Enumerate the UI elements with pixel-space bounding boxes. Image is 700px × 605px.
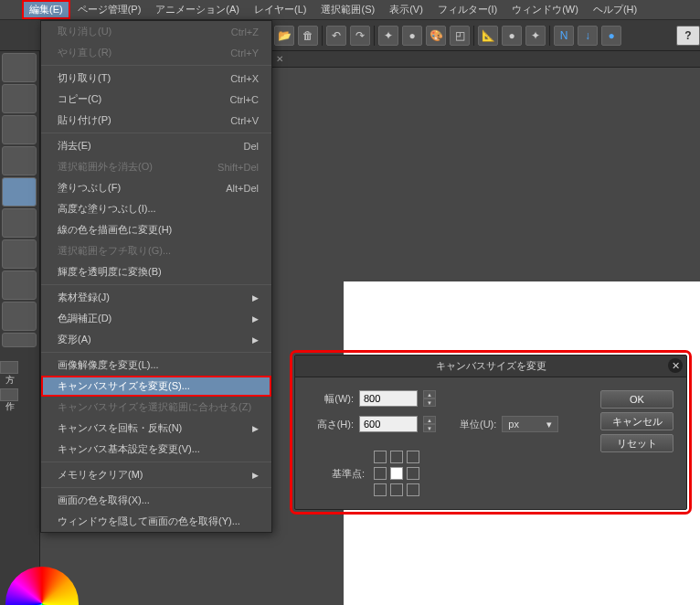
anchor-tl[interactable] [374, 451, 387, 463]
menu-filter[interactable]: フィルター(I) [430, 0, 504, 19]
menu-edit[interactable]: 編集(E) [22, 0, 70, 19]
side-tab-1[interactable]: 方 [0, 361, 18, 374]
menu-item[interactable]: ウィンドウを隠して画面の色を取得(Y)... [41, 511, 271, 532]
anchor-bl[interactable] [374, 483, 387, 496]
angle-icon[interactable]: 📐 [478, 26, 498, 46]
star-icon[interactable]: ✦ [525, 26, 546, 46]
menu-shortcut: Ctrl+V [230, 115, 259, 126]
tool-5[interactable] [2, 177, 37, 207]
menu-item-label: 貼り付け(P) [58, 113, 111, 127]
menu-item[interactable]: 素材登録(J)▶ [41, 287, 271, 308]
menu-item-label: やり直し(R) [58, 46, 111, 59]
menu-item-label: 線の色を描画色に変更(H) [58, 223, 172, 237]
reset-button[interactable]: リセット [600, 434, 673, 452]
tool-6[interactable] [2, 208, 37, 238]
help-icon[interactable]: ? [676, 26, 700, 46]
dialog-title: キャンバスサイズを変更 [436, 359, 546, 373]
anchor-br[interactable] [407, 483, 419, 496]
tool-1[interactable] [2, 53, 37, 82]
anchor-tc[interactable] [390, 451, 403, 463]
menu-item[interactable]: 貼り付け(P)Ctrl+V [41, 110, 271, 131]
sparkle-icon[interactable]: ✦ [378, 26, 398, 46]
tool-3[interactable] [2, 115, 37, 144]
menu-item[interactable]: 高度な塗りつぶし(I)... [41, 198, 271, 219]
menu-window[interactable]: ウィンドウ(W) [504, 0, 586, 19]
menu-item[interactable]: 切り取り(T)Ctrl+X [41, 68, 271, 89]
menu-item[interactable]: 画面の色を取得(X)... [41, 490, 271, 511]
menu-item-label: キャンバスサイズを選択範囲に合わせる(Z) [58, 400, 251, 414]
width-spinner[interactable]: ▲▼ [423, 390, 436, 407]
width-input[interactable] [359, 390, 418, 407]
menu-shortcut: Ctrl+X [230, 73, 259, 84]
menu-separator [41, 352, 271, 353]
menu-selection[interactable]: 選択範囲(S) [313, 0, 382, 19]
tool-2[interactable] [2, 84, 37, 113]
snap-icon[interactable]: N [554, 26, 574, 46]
anchor-ml[interactable] [374, 467, 387, 480]
menu-item[interactable]: 色調補正(D)▶ [41, 308, 271, 329]
menu-item[interactable]: 輝度を透明度に変換(B) [41, 261, 271, 282]
circle-icon[interactable]: ● [402, 26, 422, 46]
menu-item[interactable]: 消去(E)Del [41, 135, 271, 156]
menu-item-label: 変形(A) [58, 333, 91, 346]
menu-item-label: 素材登録(J) [58, 291, 110, 304]
menu-item-label: 高度な塗りつぶし(I)... [58, 202, 156, 216]
height-input[interactable] [359, 416, 418, 432]
color-wheel[interactable] [5, 567, 79, 605]
menu-item[interactable]: 線の色を描画色に変更(H) [41, 219, 271, 240]
menu-shortcut: Del [243, 141, 259, 152]
anchor-bc[interactable] [390, 483, 403, 496]
anchor-mr[interactable] [407, 467, 419, 480]
redo-icon[interactable]: ↷ [350, 26, 370, 46]
menu-item-label: 選択範囲をフチ取り(G)... [58, 244, 171, 258]
menu-item[interactable]: 塗りつぶし(F)Alt+Del [41, 177, 271, 198]
dialog-header[interactable]: キャンバスサイズを変更 ✕ [295, 356, 686, 377]
transform-icon[interactable]: ◰ [450, 26, 470, 46]
folder-open-icon[interactable]: 📂 [274, 26, 294, 46]
menu-view[interactable]: 表示(V) [382, 0, 430, 19]
anchor-mc[interactable] [390, 467, 403, 480]
ok-button[interactable]: OK [600, 390, 673, 409]
tool-8[interactable] [2, 271, 37, 300]
tab-close-icon[interactable]: ✕ [276, 54, 283, 64]
menu-item[interactable]: メモリをクリア(M)▶ [41, 464, 271, 485]
canvas-size-dialog: キャンバスサイズを変更 ✕ 幅(W): ▲▼ 高さ(H): ▲▼ 単位(U): … [294, 355, 687, 510]
palette-icon[interactable]: 🎨 [426, 26, 446, 46]
separator [473, 26, 474, 46]
menu-item[interactable]: コピー(C)Ctrl+C [41, 89, 271, 110]
menu-item-label: 色調補正(D) [58, 312, 111, 325]
menu-page[interactable]: ページ管理(P) [70, 0, 149, 19]
anchor-tr[interactable] [407, 451, 419, 463]
menu-separator [41, 487, 271, 488]
menu-item-label: 画面の色を取得(X)... [58, 494, 150, 507]
tool-9[interactable] [2, 302, 37, 331]
menu-item-label: 切り取り(T) [58, 71, 111, 85]
undo-icon[interactable]: ↶ [326, 26, 346, 46]
snap3-icon[interactable]: ● [601, 26, 621, 46]
separator [322, 26, 323, 46]
unit-select[interactable]: px▾ [502, 416, 558, 432]
close-icon[interactable]: ✕ [668, 358, 683, 373]
chevron-right-icon: ▶ [252, 471, 259, 480]
side-tab-2[interactable]: 作 [0, 388, 18, 401]
tool-4[interactable] [2, 146, 37, 175]
cancel-button[interactable]: キャンセル [600, 412, 673, 430]
menu-item-label: キャンバスサイズを変更(S)... [58, 379, 190, 393]
menu-help[interactable]: ヘルプ(H) [586, 0, 644, 19]
menu-item[interactable]: 変形(A)▶ [41, 329, 271, 350]
menu-item[interactable]: キャンバス基本設定を変更(V)... [41, 439, 271, 460]
height-spinner[interactable]: ▲▼ [423, 416, 436, 432]
menu-item[interactable]: キャンバスを回転・反転(N)▶ [41, 418, 271, 439]
menu-item[interactable]: キャンバスサイズを変更(S)... [41, 376, 271, 397]
menu-item[interactable]: 画像解像度を変更(L)... [41, 355, 271, 376]
menu-animation[interactable]: アニメーション(A) [148, 0, 247, 19]
trash-icon[interactable]: 🗑 [298, 26, 318, 46]
globe-icon[interactable]: ● [502, 26, 522, 46]
menu-item-label: 選択範囲外を消去(O) [58, 160, 153, 174]
menu-layer[interactable]: レイヤー(L) [247, 0, 313, 19]
snap2-icon[interactable]: ↓ [578, 26, 598, 46]
anchor-grid [374, 451, 419, 496]
menu-item: やり直し(R)Ctrl+Y [41, 42, 271, 63]
tool-7[interactable] [2, 239, 37, 269]
tool-10[interactable] [2, 333, 37, 347]
